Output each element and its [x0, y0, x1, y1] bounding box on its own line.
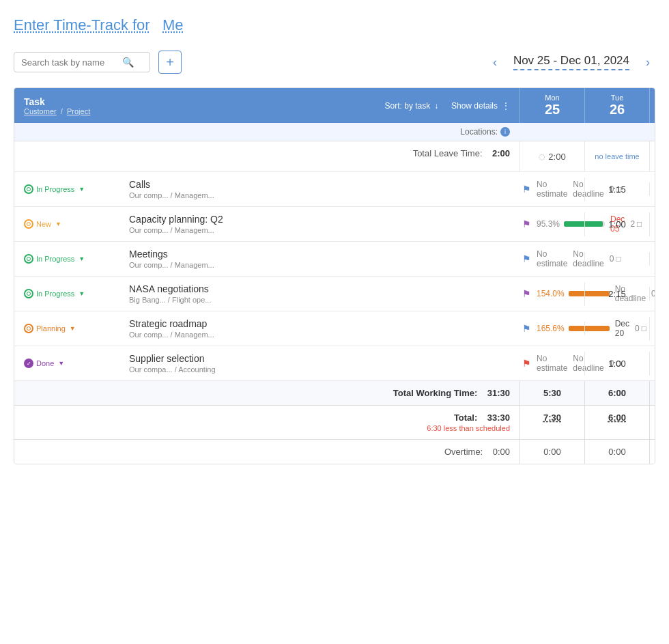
leave-mon: ◌ 2:00 — [519, 141, 584, 171]
status-badge-calls[interactable]: In Progress ▼ — [24, 184, 85, 194]
task-row-supplier: ✓ Done ▼ Supplier selection Our compa...… — [14, 346, 655, 381]
th-task: Task Customer / Project Sort: by task ↓ … — [14, 88, 519, 123]
leave-label: Total Leave Time: 2:00 — [14, 141, 519, 171]
time-tue-calls[interactable] — [649, 182, 655, 196]
time-mon-calls[interactable]: 1:15 — [584, 178, 649, 201]
status-dot-supplier: ✓ — [24, 359, 33, 368]
status-dot-nasa — [24, 289, 33, 298]
time-mon-meetings[interactable] — [584, 252, 649, 266]
toolbar: 🔍 + ‹ Nov 25 - Dec 01, 2024 › — [14, 51, 655, 74]
task-details-nasa: ⚑ 154.0% No deadline 0 □ — [519, 279, 584, 309]
page-title: Enter Time-Track for Me — [14, 16, 655, 34]
overtime-tue: 0:00 — [584, 440, 649, 464]
add-button[interactable]: + — [158, 51, 182, 74]
status-badge-nasa[interactable]: In Progress ▼ — [24, 289, 85, 298]
task-details-capacity: ⚑ 95.3% Dec 05 2 □ — [519, 209, 584, 239]
status-badge-capacity[interactable]: New ▼ — [24, 219, 61, 229]
time-track-table: Task Customer / Project Sort: by task ↓ … — [14, 87, 655, 464]
task-row-calls: In Progress ▼ Calls Our comp... / Manage… — [14, 172, 655, 207]
show-details-icon: ⋮ — [502, 101, 510, 111]
leave-tue: no leave time — [584, 141, 649, 171]
status-cell-meetings: In Progress ▼ — [14, 246, 124, 272]
status-dot-strategic — [24, 324, 33, 333]
task-row-nasa: In Progress ▼ NASA negotiations Big Bang… — [14, 277, 655, 311]
status-dot-meetings — [24, 254, 33, 264]
time-mon-supplier[interactable]: 1:00 — [584, 352, 649, 376]
user-link[interactable]: Me — [162, 16, 184, 33]
status-chevron-meetings: ▼ — [79, 255, 85, 262]
task-details-supplier: ⚑ No estimate No deadline 0 □ — [519, 348, 584, 378]
time-tue-nasa[interactable] — [649, 287, 655, 300]
task-row-capacity: New ▼ Capacity planning: Q2 Our comp... … — [14, 207, 655, 242]
task-info-nasa: NASA negotiations Big Bang... / Flight o… — [124, 277, 519, 311]
date-range: Nov 25 - Dec 01, 2024 — [513, 54, 629, 70]
th-task-sub: Customer / Project — [24, 107, 90, 115]
task-info-meetings: Meetings Our comp... / Managem... — [124, 242, 519, 276]
time-tue-meetings[interactable] — [649, 252, 655, 266]
grand-total-wed[interactable]: 7: — [649, 406, 655, 439]
time-mon-nasa[interactable]: 2:15 — [584, 282, 649, 306]
search-box: 🔍 — [14, 52, 150, 72]
time-tue-strategic[interactable]: 3:00 — [649, 317, 655, 341]
search-input[interactable] — [21, 57, 117, 68]
status-cell-calls: In Progress ▼ — [14, 176, 124, 202]
status-dot-capacity — [24, 219, 33, 229]
time-tue-capacity[interactable]: 3:00 — [649, 212, 655, 236]
th-customer-link[interactable]: Customer — [24, 107, 57, 115]
task-row-strategic: Planning ▼ Strategic roadmap Our comp...… — [14, 311, 655, 346]
task-row-meetings: In Progress ▼ Meetings Our comp... / Man… — [14, 242, 655, 277]
locations-row: Locations: i — [14, 123, 655, 141]
flag-icon-calls: ⚑ — [522, 184, 531, 195]
time-mon-strategic[interactable] — [584, 322, 649, 335]
total-working-label: Total Working Time: 31:30 — [14, 381, 519, 405]
status-chevron-supplier: ▼ — [58, 360, 64, 367]
status-chevron-strategic: ▼ — [70, 325, 76, 332]
task-details-calls: ⚑ No estimate No deadline 0 □ — [519, 174, 584, 204]
total-working-row: Total Working Time: 31:30 5:30 6:00 7: — [14, 381, 655, 406]
status-badge-strategic[interactable]: Planning ▼ — [24, 324, 76, 333]
table-header: Task Customer / Project Sort: by task ↓ … — [14, 88, 655, 123]
overtime-row: Overtime: 0:00 0:00 0:00 0 — [14, 440, 655, 464]
overtime-mon: 0:00 — [519, 440, 584, 464]
status-cell-strategic: Planning ▼ — [14, 316, 124, 341]
th-project-link[interactable]: Project — [67, 107, 90, 115]
locations-info-icon[interactable]: i — [500, 127, 510, 137]
prev-week-button[interactable]: ‹ — [487, 53, 502, 72]
task-info-capacity: Capacity planning: Q2 Our comp... / Mana… — [124, 207, 519, 241]
status-badge-supplier[interactable]: ✓ Done ▼ — [24, 359, 64, 368]
status-cell-capacity: New ▼ — [14, 211, 124, 237]
total-working-tue[interactable]: 6:00 — [584, 381, 649, 405]
task-info-supplier: Supplier selection Our compa... / Accoun… — [124, 346, 519, 380]
leave-wed: no lea... — [649, 141, 655, 171]
search-icon[interactable]: 🔍 — [122, 57, 134, 68]
flag-icon-nasa: ⚑ — [522, 288, 531, 299]
task-info-strategic: Strategic roadmap Our comp... / Managem.… — [124, 311, 519, 346]
th-sort[interactable]: Sort: by task ↓ Show details ⋮ — [385, 101, 510, 111]
date-nav: ‹ Nov 25 - Dec 01, 2024 › — [487, 53, 655, 72]
status-cell-supplier: ✓ Done ▼ — [14, 350, 124, 376]
th-day-tue: Tue 26 — [584, 88, 649, 123]
grand-total-tue[interactable]: 6:00 — [584, 406, 649, 439]
total-working-wed[interactable]: 7: — [649, 381, 655, 405]
clock-icon: ◌ — [539, 152, 545, 161]
total-working-mon[interactable]: 5:30 — [519, 381, 584, 405]
grand-total-mon[interactable]: 7:30 — [519, 406, 584, 439]
th-task-label: Task — [24, 96, 90, 107]
next-week-button[interactable]: › — [640, 53, 655, 72]
flag-icon-capacity: ⚑ — [522, 219, 531, 229]
task-details-strategic: ⚑ 165.6% Dec 20 0 □ — [519, 313, 584, 344]
status-chevron-nasa: ▼ — [79, 290, 85, 297]
locations-label: Locations: i — [14, 123, 519, 141]
grand-total-row: Total: 33:30 6:30 less than scheduled 7:… — [14, 406, 655, 440]
status-chevron-capacity: ▼ — [55, 221, 61, 227]
overtime-label: Overtime: 0:00 — [14, 440, 519, 464]
status-badge-meetings[interactable]: In Progress ▼ — [24, 254, 85, 264]
time-mon-capacity[interactable]: 1:00 — [584, 212, 649, 236]
sort-arrow-icon: ↓ — [434, 101, 438, 111]
time-tue-supplier[interactable]: -- — [649, 352, 655, 376]
flag-icon-meetings: ⚑ — [522, 253, 531, 264]
task-info-calls: Calls Our comp... / Managem... — [124, 172, 519, 206]
grand-total-label: Total: 33:30 6:30 less than scheduled — [14, 406, 519, 439]
status-dot-calls — [24, 184, 33, 194]
status-chevron-calls: ▼ — [79, 186, 85, 193]
